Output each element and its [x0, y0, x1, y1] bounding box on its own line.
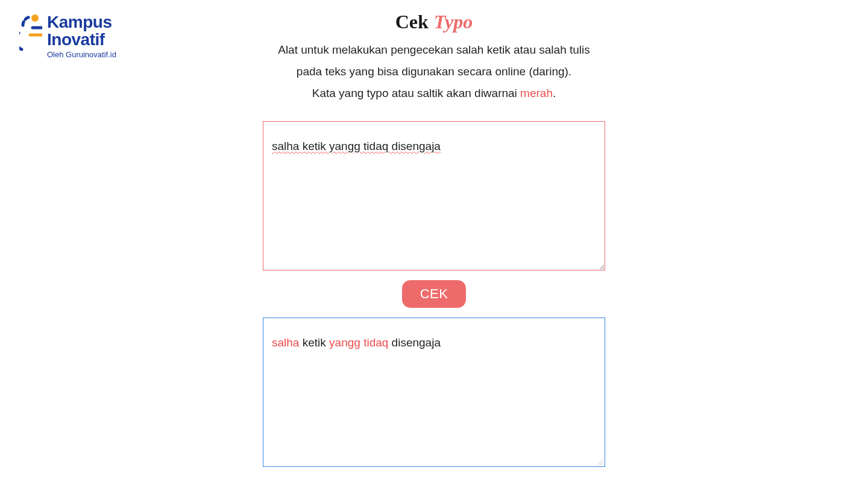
input-textarea[interactable]	[263, 121, 605, 271]
resize-handle-icon[interactable]	[596, 458, 603, 465]
desc-line-1: Alat untuk melakukan pengecekan salah ke…	[278, 43, 590, 56]
typo-word: tidaq	[363, 336, 388, 349]
logo-subtitle: Oleh Guruinovatif.id	[47, 50, 116, 59]
logo-icon	[19, 13, 42, 54]
output-box: salha ketik yangg tidaq disengaja	[263, 318, 605, 467]
svg-point-0	[31, 14, 39, 22]
logo-text: Kampus Inovatif Oleh Guruinovatif.id	[47, 13, 116, 59]
title-typo: Typo	[434, 11, 473, 33]
desc-red-word: merah	[520, 87, 553, 99]
desc-line-3b: .	[553, 87, 556, 99]
desc-line-2: pada teks yang bisa digunakan secara onl…	[297, 65, 571, 78]
description: Alat untuk melakukan pengecekan salah ke…	[278, 39, 590, 104]
title-cek: Cek	[395, 11, 429, 33]
output-content: salha ketik yangg tidaq disengaja	[272, 336, 441, 349]
desc-line-3a: Kata yang typo atau saltik akan diwarnai	[312, 87, 520, 99]
logo-title-2: Inovatif	[47, 31, 116, 48]
check-button[interactable]: CEK	[402, 280, 467, 308]
typo-word: yangg	[329, 336, 360, 349]
brand-logo: Kampus Inovatif Oleh Guruinovatif.id	[19, 13, 116, 59]
word: disengaja	[392, 336, 441, 349]
logo-title-1: Kampus	[47, 13, 116, 31]
word: ketik	[303, 336, 326, 349]
page-title: Cek Typo	[395, 11, 473, 33]
svg-line-5	[602, 464, 603, 465]
typo-word: salha	[272, 336, 299, 349]
main-content: Cek Typo Alat untuk melakukan pengecekan…	[263, 11, 605, 467]
